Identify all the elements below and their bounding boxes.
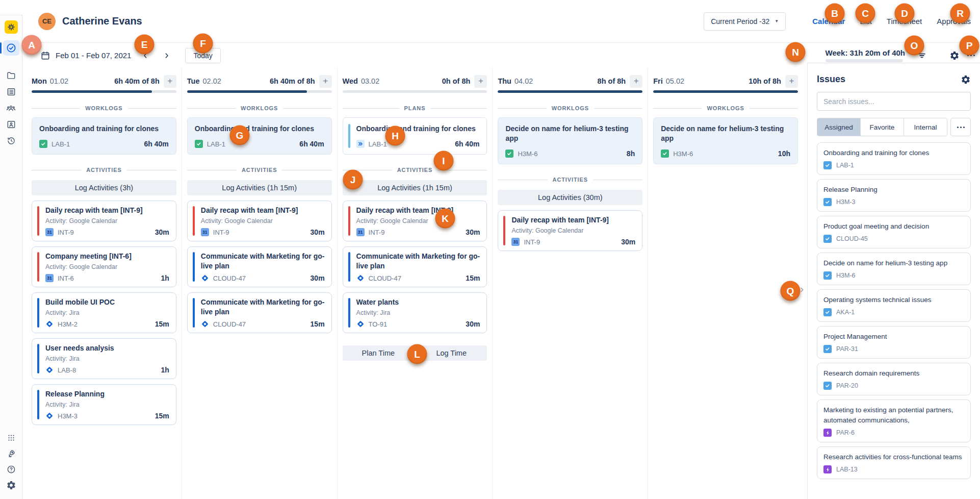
section-divider: PLANS [343,105,487,111]
bolt-icon [823,429,832,437]
issues-settings-gear-icon[interactable] [961,74,971,85]
worklog-meta-row: LAB-16h 40m [356,140,480,148]
activity-card[interactable]: User needs analysisActivity: JiraLAB-81h [32,338,176,379]
day-column-thu: Thu04.028h of 8h+WORKLOGSDecide on name … [493,68,648,499]
gear-icon[interactable] [949,50,960,61]
day-header: Tue02.026h 40m of 8h+ [187,74,332,88]
issue-title: Research activities for cross-functional… [823,452,964,462]
day-column-wed: Wed03.020h of 8h+PLANSOnboarding and tra… [338,68,493,499]
task-icon [823,161,832,169]
activity-title: Water plants [356,297,480,307]
sidebar-item-history[interactable] [3,133,19,148]
issue-card[interactable]: Decide on name for helium-3 testing appH… [817,253,971,285]
activity-meta-row: H3M-315m [45,412,169,420]
log-activities-button[interactable]: Log Activities (1h 15m) [187,180,332,195]
sidebar-item-folder[interactable] [3,68,19,83]
plan-card[interactable]: Onboarding and training for clonesLAB-16… [343,117,487,155]
issue-meta-row: LAB-1 [823,161,964,169]
section-divider: WORKLOGS [498,105,642,111]
add-worklog-button[interactable]: + [630,75,642,88]
issues-tabs-more-button[interactable] [950,118,971,136]
divider-line [498,180,547,180]
activity-title: Daily recap with team [INT-9] [356,206,480,215]
issue-card[interactable]: Research activities for cross-functional… [817,446,971,479]
activity-accent-bar [37,344,39,373]
activity-card[interactable]: Release PlanningActivity: JiraH3M-315m [32,384,176,425]
activity-card[interactable]: Communicate with Marketing for go-live p… [343,246,487,287]
activity-card[interactable]: Daily recap with team [INT-9]Activity: G… [32,201,176,241]
sidebar-item-contact-card[interactable] [3,117,19,132]
activity-card[interactable]: Communicate with Marketing for go-live p… [187,292,332,333]
issue-key: INT-9 [213,229,229,236]
issue-title: Marketing to existing an potential partn… [823,405,964,426]
annotation-marker-B: B [825,4,845,23]
activity-time: 30m [621,238,635,246]
activity-card[interactable]: Build mobile UI POCActivity: JiraH3M-215… [32,292,176,333]
day-progress-bar [32,90,176,93]
google-calendar-icon: 31 [356,228,365,236]
week-progress-bar [826,59,903,62]
issues-tab-assigned[interactable]: Assigned [817,118,861,136]
worklog-title: Decide on name for helium-3 testing app [505,124,635,143]
issue-key: H3M-6 [836,272,856,279]
activity-card[interactable]: Daily recap with team [INT-9]Activity: G… [187,201,332,241]
issue-meta-row: PAR-20 [823,382,964,390]
worklog-card[interactable]: Decide on name for helium-3 testing appH… [653,117,798,164]
issues-tab-internal[interactable]: Internal [904,118,947,136]
worklog-card[interactable]: Onboarding and training for clonesLAB-16… [187,117,332,155]
log-activities-button[interactable]: Log Activities (30m) [498,190,642,205]
annotation-marker-D: D [895,4,915,23]
search-issues-input[interactable] [817,92,971,111]
issue-card[interactable]: Onboarding and training for clonesLAB-1 [817,142,971,175]
day-date: 03.02 [361,77,379,85]
sidebar-item-rocket[interactable] [3,446,19,461]
issue-card[interactable]: Marketing to existing an potential partn… [817,400,971,442]
sidebar-item-settings[interactable] [3,478,19,492]
sidebar-item-help[interactable] [3,462,19,477]
add-worklog-button[interactable]: + [474,75,487,88]
worklog-title: Decide on name for helium-3 testing app [661,124,790,143]
issue-card[interactable]: Project ManagementPAR-31 [817,326,971,359]
day-column-tue: Tue02.026h 40m of 8h+WORKLOGSOnboarding … [182,68,338,499]
issue-card[interactable]: Research domain requirementsPAR-20 [817,363,971,395]
activity-source: Activity: Jira [356,309,480,317]
worklog-card[interactable]: Decide on name for helium-3 testing appH… [498,117,642,164]
activity-card[interactable]: Daily recap with team [INT-9]Activity: G… [498,210,642,251]
activity-accent-bar [348,298,350,328]
task-icon [823,198,832,206]
plan-time-button[interactable]: Plan Time [343,345,414,361]
log-activities-button[interactable]: Log Activities (1h 15m) [343,180,487,195]
issue-meta-row: PAR-6 [823,429,964,437]
issue-card[interactable]: Product goal meeting and decisionCLOUD-4… [817,216,971,248]
issue-key: H3M-6 [673,150,693,158]
issues-tab-favorite[interactable]: Favorite [861,118,904,136]
divider-line [282,170,331,170]
activity-card[interactable]: Daily recap with team [INT-9]Activity: G… [343,201,487,241]
sidebar-item-apps-grid[interactable] [3,431,19,445]
sidebar-item-team[interactable] [3,101,19,116]
worklog-card[interactable]: Onboarding and training for clonesLAB-16… [32,117,176,155]
add-worklog-button[interactable]: + [785,75,798,88]
week-summary-label: Week: 31h 20m of 40h [826,48,905,57]
task-icon [823,308,832,316]
sidebar-item-list[interactable] [3,84,19,99]
next-week-button[interactable] [161,49,173,62]
activity-card[interactable]: Communicate with Marketing for go-live p… [187,246,332,287]
add-worklog-button[interactable]: + [319,75,332,88]
issue-card[interactable]: Release PlanningH3M-3 [817,179,971,212]
avatar: CE [38,13,56,30]
sidebar-item-tracker[interactable] [3,40,19,56]
day-name: Fri [653,77,663,85]
issue-card[interactable]: Operating systems technical issuesAKA-1 [817,289,971,322]
logged-time: 6h 40m [144,140,169,148]
period-selector[interactable]: Current Period -32 ▼ [704,12,786,31]
add-worklog-button[interactable]: + [164,75,176,88]
annotation-marker-C: C [856,4,875,23]
activity-card[interactable]: Company meeting [INT-6]Activity: Google … [32,246,176,287]
annotation-marker-J: J [343,170,363,190]
activity-time: 30m [311,274,325,282]
annotation-marker-Q: Q [781,281,801,301]
activity-card[interactable]: Water plantsActivity: JiraTO-9130m [343,292,487,333]
log-activities-button[interactable]: Log Activities (3h) [32,180,176,195]
divider-line [593,180,642,180]
